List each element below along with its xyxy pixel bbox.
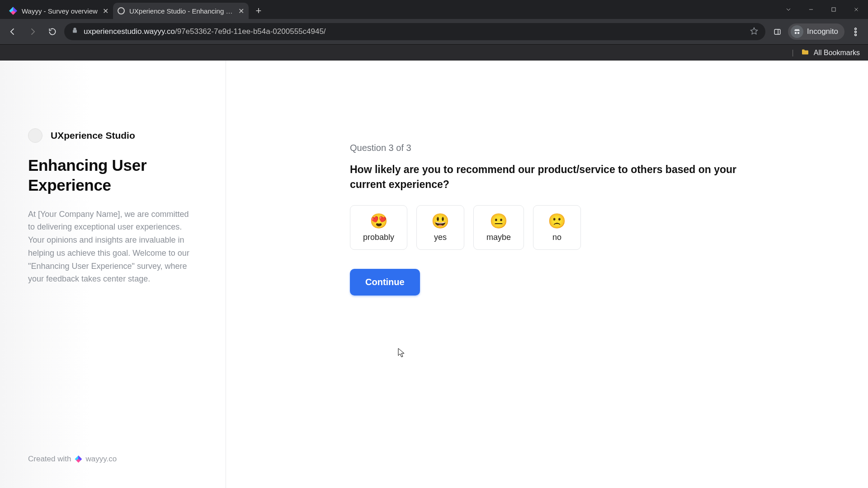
credit-brand-link[interactable]: wayyy.co: [85, 455, 117, 464]
option-label: probably: [363, 233, 394, 242]
survey-description: At [Your Company Name], we are committed…: [28, 208, 195, 286]
toolbar-right: Incognito: [769, 23, 863, 40]
option-label: no: [552, 233, 561, 242]
incognito-icon: [791, 25, 803, 38]
studio-row: UXperience Studio: [28, 128, 199, 143]
tab-2[interactable]: UXperience Studio - Enhancing User Exper…: [113, 3, 249, 19]
tab-strip: Wayyy - Survey overview ✕ UXperience Stu…: [0, 0, 868, 19]
url-host: uxperiencestudio.wayyy.co: [84, 27, 175, 36]
survey-sidebar: UXperience Studio Enhancing User Experie…: [0, 61, 226, 488]
browser-menu-button[interactable]: [847, 23, 863, 40]
toolbar: uxperiencestudio.wayyy.co/97e53362-7e9d-…: [0, 19, 868, 44]
grin-emoji-icon: 😃: [431, 214, 449, 228]
svg-point-8: [795, 32, 797, 34]
incognito-chip[interactable]: Incognito: [788, 23, 844, 40]
neutral-emoji-icon: 😐: [490, 214, 508, 228]
minimize-button[interactable]: [801, 2, 821, 17]
question-text: How likely are you to recommend our prod…: [350, 162, 748, 192]
question-panel: Question 3 of 3 How likely are you to re…: [226, 61, 868, 488]
bookmarks-bar: | All Bookmarks: [0, 44, 868, 61]
close-window-button[interactable]: [846, 2, 866, 17]
continue-button[interactable]: Continue: [350, 269, 420, 296]
folder-icon: [801, 49, 809, 57]
svg-rect-4: [73, 30, 77, 33]
reload-button[interactable]: [44, 23, 61, 40]
answer-options: 😍 probably 😃 yes 😐 maybe 🙁 no: [350, 205, 796, 250]
close-icon[interactable]: ✕: [103, 7, 108, 15]
survey-title: Enhancing User Experience: [28, 155, 199, 195]
back-button[interactable]: [5, 23, 21, 40]
tab-1-title: Wayyy - Survey overview: [22, 7, 98, 15]
option-probably[interactable]: 😍 probably: [350, 205, 407, 250]
svg-marker-5: [751, 28, 758, 34]
page-content: UXperience Studio Enhancing User Experie…: [0, 61, 868, 488]
forward-button[interactable]: [24, 23, 41, 40]
studio-logo-icon: [28, 128, 42, 143]
option-label: maybe: [486, 233, 511, 242]
frown-emoji-icon: 🙁: [548, 214, 566, 228]
option-maybe[interactable]: 😐 maybe: [473, 205, 524, 250]
credit-prefix: Created with: [28, 455, 71, 464]
heart-eyes-emoji-icon: 😍: [370, 214, 388, 228]
url-path: /97e53362-7e9d-11ee-b54a-0200555c4945/: [175, 27, 326, 36]
browser-chrome: Wayyy - Survey overview ✕ UXperience Stu…: [0, 0, 868, 61]
address-bar[interactable]: uxperiencestudio.wayyy.co/97e53362-7e9d-…: [64, 23, 765, 40]
window-controls: [778, 0, 866, 19]
tab-2-title: UXperience Studio - Enhancing User Exper…: [129, 7, 234, 15]
side-panel-button[interactable]: [769, 23, 785, 40]
close-icon[interactable]: ✕: [238, 7, 244, 15]
maximize-button[interactable]: [824, 2, 844, 17]
svg-point-12: [854, 34, 856, 36]
svg-rect-1: [832, 8, 835, 11]
bookmarks-separator: |: [792, 49, 794, 57]
tab-1[interactable]: Wayyy - Survey overview ✕: [5, 3, 113, 19]
new-tab-button[interactable]: +: [251, 4, 266, 18]
incognito-label: Incognito: [807, 27, 838, 36]
studio-name: UXperience Studio: [51, 130, 135, 141]
svg-point-10: [854, 28, 856, 29]
svg-point-9: [797, 32, 800, 34]
wayyy-icon: [9, 7, 17, 15]
option-yes[interactable]: 😃 yes: [416, 205, 464, 250]
url-text: uxperiencestudio.wayyy.co/97e53362-7e9d-…: [84, 27, 745, 36]
studio-icon: [118, 7, 125, 14]
lock-icon: [71, 27, 78, 36]
all-bookmarks-button[interactable]: All Bookmarks: [814, 49, 860, 57]
wayyy-icon: [75, 455, 82, 463]
tab-search-button[interactable]: [778, 2, 798, 17]
option-label: yes: [434, 233, 447, 242]
credit-line: Created with wayyy.co: [28, 455, 199, 470]
bookmark-star-icon[interactable]: [750, 27, 758, 37]
svg-point-11: [854, 31, 856, 33]
svg-rect-6: [774, 29, 780, 34]
option-no[interactable]: 🙁 no: [533, 205, 581, 250]
question-counter: Question 3 of 3: [350, 143, 796, 153]
